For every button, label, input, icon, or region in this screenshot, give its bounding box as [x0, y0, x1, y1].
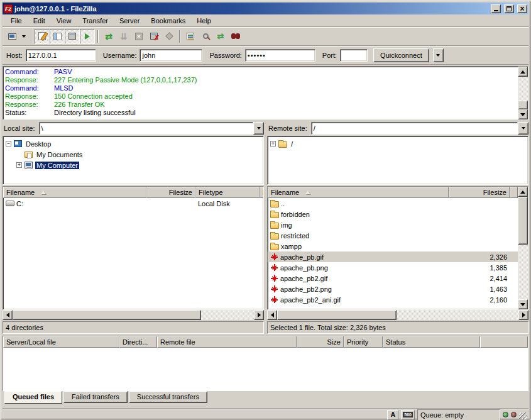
column-remote-file[interactable]: Remote file: [157, 336, 297, 348]
remote-site-value[interactable]: /: [311, 122, 518, 135]
scroll-left-button[interactable]: [267, 310, 277, 320]
maximize-button[interactable]: [504, 4, 514, 13]
synchronized-browsing-button[interactable]: ⇄: [213, 29, 228, 44]
sort-ascending-icon: [41, 191, 46, 194]
file-row[interactable]: apache_pb.png1,385: [268, 262, 518, 273]
scroll-down-button[interactable]: [518, 109, 528, 119]
scroll-thumb[interactable]: [277, 310, 397, 320]
file-row[interactable]: xampp: [268, 241, 518, 251]
refresh-button[interactable]: ⇄: [101, 29, 116, 44]
column-direction[interactable]: Directi...: [119, 336, 157, 348]
scroll-thumb[interactable]: [518, 197, 528, 245]
expand-toggle[interactable]: [16, 162, 22, 168]
tree-item-root[interactable]: /: [270, 138, 528, 149]
tree-item-my-documents[interactable]: My Documents: [6, 149, 263, 160]
file-row[interactable]: img: [268, 219, 518, 230]
toggle-local-tree-button[interactable]: [50, 29, 65, 44]
column-filetype[interactable]: Filetype: [195, 187, 260, 198]
menu-transfer[interactable]: Transfer: [77, 16, 114, 26]
quickconnect-dropdown-button[interactable]: [433, 48, 444, 62]
column-filesize[interactable]: Filesize: [449, 187, 510, 198]
menu-help[interactable]: Help: [191, 16, 217, 26]
close-button[interactable]: ×: [517, 4, 527, 13]
local-site-dropdown-button[interactable]: [253, 122, 264, 135]
file-row[interactable]: forbidden: [268, 209, 518, 219]
file-row[interactable]: ..: [268, 198, 518, 209]
tree-item-my-computer[interactable]: My Computer: [6, 160, 263, 170]
scroll-right-button[interactable]: [518, 310, 528, 320]
local-horizontal-scrollbar[interactable]: [3, 310, 264, 320]
quickconnect-button[interactable]: Quickconnect: [373, 48, 429, 62]
menu-file[interactable]: File: [5, 16, 28, 26]
column-size[interactable]: Size: [297, 336, 344, 348]
column-filename[interactable]: Filename: [268, 187, 449, 198]
collapse-toggle[interactable]: [6, 141, 11, 146]
remote-site-combobox[interactable]: /: [311, 122, 528, 135]
scroll-down-button[interactable]: [518, 299, 528, 309]
tab-successful-transfers[interactable]: Successful transfers: [129, 391, 207, 403]
reconnect-button[interactable]: [161, 29, 177, 44]
cancel-icon: ×: [135, 33, 143, 40]
menu-view[interactable]: View: [51, 16, 77, 26]
directory-filters-button[interactable]: [183, 29, 198, 44]
column-filename[interactable]: Filename: [3, 187, 146, 198]
remote-vertical-scrollbar[interactable]: [518, 187, 528, 309]
site-manager-button[interactable]: [4, 29, 19, 44]
host-input[interactable]: 127.0.0.1: [26, 49, 96, 62]
menu-bookmarks[interactable]: Bookmarks: [145, 16, 191, 26]
scroll-thumb[interactable]: [13, 310, 201, 320]
scroll-right-button[interactable]: [254, 310, 264, 320]
resize-grip[interactable]: [519, 412, 527, 420]
disconnect-button[interactable]: [146, 29, 161, 44]
process-queue-button[interactable]: ⇊: [116, 29, 131, 44]
triangle-left-icon: [271, 312, 274, 318]
chevron-down-icon: [22, 35, 26, 38]
toggle-remote-tree-button[interactable]: [65, 29, 80, 44]
file-row[interactable]: restricted: [268, 230, 518, 241]
file-row[interactable]: apache_pb2.gif2,414: [268, 273, 518, 284]
toggle-message-log-button[interactable]: [35, 29, 50, 44]
remote-horizontal-scrollbar[interactable]: [267, 310, 528, 320]
scroll-up-button[interactable]: [518, 67, 528, 77]
log-vertical-scrollbar[interactable]: [518, 67, 528, 119]
file-row[interactable]: apache_pb2.png1,463: [268, 284, 518, 294]
compare-directories-button[interactable]: [198, 29, 213, 44]
column-last-modified[interactable]: L: [260, 187, 264, 198]
local-pane: Local site: \ Desktop My Documents: [3, 121, 264, 334]
remote-site-dropdown-button[interactable]: [518, 122, 528, 135]
menu-edit[interactable]: Edit: [28, 16, 51, 26]
activity-led-red-icon: [511, 412, 517, 417]
file-row-c-drive[interactable]: C: Local Disk: [3, 198, 263, 209]
title-bar[interactable]: Fz john@127.0.0.1 - FileZilla ×: [3, 3, 528, 14]
username-input[interactable]: john: [140, 49, 202, 62]
find-files-button[interactable]: [228, 29, 243, 44]
local-site-combobox[interactable]: \: [39, 122, 264, 135]
tab-queued-files[interactable]: Queued files: [4, 391, 62, 404]
menu-server[interactable]: Server: [114, 16, 145, 26]
local-tree: Desktop My Documents My Computer: [3, 136, 264, 185]
triangle-right-icon: [522, 312, 525, 318]
file-row-selected[interactable]: apache_pb.gif2,326: [268, 251, 518, 262]
tree-item-desktop[interactable]: Desktop: [6, 138, 263, 149]
column-status[interactable]: Status: [383, 336, 480, 348]
column-priority[interactable]: Priority: [344, 336, 383, 348]
menu-bar: File Edit View Transfer Server Bookmarks…: [3, 14, 528, 27]
scroll-left-button[interactable]: [3, 310, 13, 320]
port-input[interactable]: [340, 49, 368, 62]
site-manager-dropdown-button[interactable]: [19, 29, 28, 44]
column-server-local-file[interactable]: Server/Local file: [3, 336, 119, 348]
expand-toggle[interactable]: [270, 141, 276, 146]
password-input[interactable]: ••••••: [245, 49, 315, 62]
speed-limits-indicator[interactable]: 500: [401, 410, 415, 420]
local-site-value[interactable]: \: [39, 122, 253, 135]
toolbar-separator: [179, 30, 180, 43]
scroll-up-button[interactable]: [518, 187, 528, 197]
file-row[interactable]: apache_pb2_ani.gif2,160: [268, 294, 518, 305]
transfer-type-indicator[interactable]: A: [387, 410, 398, 420]
cancel-button[interactable]: ×: [131, 29, 146, 44]
scroll-thumb[interactable]: [518, 101, 528, 109]
minimize-button[interactable]: [491, 4, 501, 13]
column-filesize[interactable]: Filesize: [146, 187, 195, 198]
tab-failed-transfers[interactable]: Failed transfers: [63, 391, 128, 403]
toggle-transfer-queue-button[interactable]: [80, 29, 95, 44]
